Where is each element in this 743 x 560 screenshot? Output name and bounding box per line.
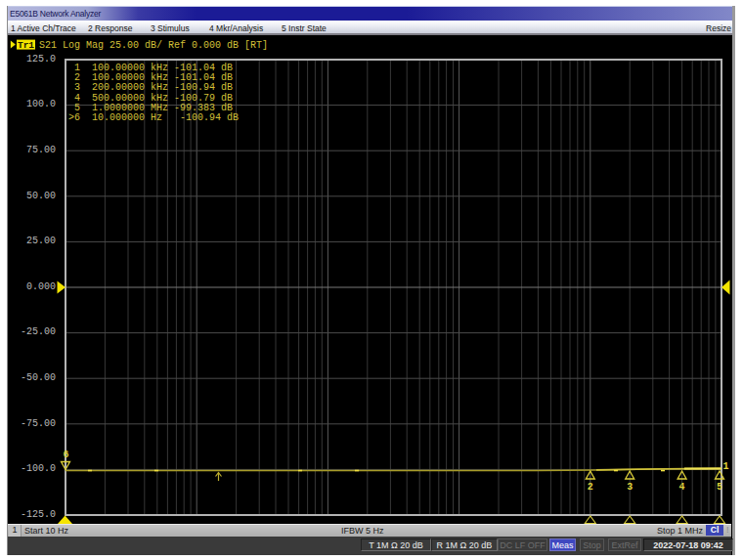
svg-text:>6 10.000000 Hz -100.94 dB: >6 10.000000 Hz -100.94 dB <box>68 112 239 123</box>
svg-text:Tr1: Tr1 <box>18 40 34 51</box>
svg-text:4: 4 <box>679 482 685 493</box>
svg-text:6: 6 <box>63 450 68 460</box>
svg-text:-75.00: -75.00 <box>21 418 56 429</box>
svg-text:0.000: 0.000 <box>26 281 56 292</box>
svg-text:1: 1 <box>723 461 729 472</box>
svg-text:50.00: 50.00 <box>26 191 56 201</box>
svg-text:100.0: 100.0 <box>26 99 56 109</box>
svg-text:-25.00: -25.00 <box>21 326 56 337</box>
svg-text:-100.0: -100.0 <box>21 463 56 474</box>
svg-text:2: 2 <box>588 482 593 493</box>
svg-text:25.00: 25.00 <box>26 236 56 246</box>
svg-text:-50.00: -50.00 <box>21 372 56 383</box>
svg-text:125.0: 125.0 <box>26 54 56 65</box>
svg-text:5: 5 <box>717 482 722 493</box>
svg-text:75.00: 75.00 <box>26 145 56 155</box>
svg-text:3: 3 <box>627 482 633 493</box>
svg-text:-125.0: -125.0 <box>21 509 56 520</box>
svg-text:S21 Log Mag 25.00 dB/ Ref 0.00: S21 Log Mag 25.00 dB/ Ref 0.000 dB [RT] <box>39 40 268 51</box>
